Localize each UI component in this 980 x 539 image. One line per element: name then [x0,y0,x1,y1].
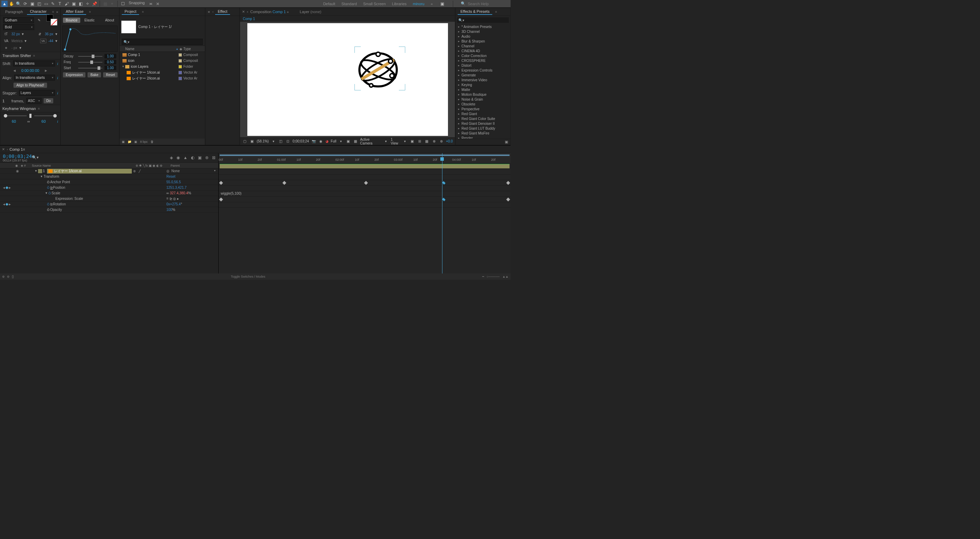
tab-paragraph[interactable]: Paragraph [2,9,25,14]
stopwatch-icon[interactable]: Ö [47,181,49,184]
exposure-value[interactable]: +0.0 [446,140,453,143]
project-item[interactable]: Comp 1 Composit [120,52,205,58]
zoom-slider[interactable]: ○───── [487,275,500,278]
hand-tool-icon[interactable]: ✋ [8,1,14,7]
v-i2-icon[interactable]: ⊞ [417,140,422,143]
leading-value[interactable]: 36 px [45,32,53,36]
text-tool-icon[interactable]: T [57,1,63,7]
breadcrumb-comp[interactable]: Comp 1 [243,17,255,21]
pen-tool-icon[interactable]: ✎ [50,1,56,7]
position-lane[interactable] [219,180,511,185]
tab-project[interactable]: Project [122,9,139,15]
effects-category[interactable]: Red Giant LUT Buddy [456,126,510,131]
pan-behind-tool-icon[interactable]: ◰ [36,1,42,7]
roto-tool-icon[interactable]: ✧ [84,1,91,7]
ts-timecode[interactable]: 0:00:00:00 [21,68,40,73]
expr-enable-icon[interactable]: = [166,197,169,201]
workspace-overflow-icon[interactable]: » [431,2,433,6]
orbit-tool-icon[interactable]: ⟳ [22,1,29,7]
camera-tool-icon[interactable]: ▣ [29,1,35,7]
tl-opt6-icon[interactable]: ⊗ [205,155,208,160]
scale-row[interactable]: ▼ÖScale ∞ 327.4,380.4% [0,190,218,196]
workspace-libraries[interactable]: Libraries [392,2,406,6]
font-size-value[interactable]: 32 px [11,32,20,36]
effects-category[interactable]: Generate [456,73,510,78]
effects-category[interactable]: Render [456,136,510,139]
baseline-value[interactable]: - px [11,46,17,50]
status-i1-icon[interactable]: ⊕ [2,275,5,278]
link-icon[interactable]: ∞ [27,119,30,124]
res-icon[interactable]: ◫ [278,140,283,143]
align-mode-select[interactable]: In transitions starts▾ [14,75,55,81]
tab-character[interactable]: Character [27,9,49,15]
ae-slider-track[interactable] [78,68,102,68]
fx-menu-icon[interactable]: ≡ [495,10,497,13]
position-value[interactable]: 1251.3,421.7 [166,185,218,189]
workspace-user[interactable]: minoru [413,2,425,6]
effects-category[interactable]: Obsolete [456,101,510,106]
rotation-row[interactable]: ◄► Ö⊵ Rotation 0x+275.4° [0,201,218,207]
project-item[interactable]: レイヤー 2/icon.ai Vector Ar [120,75,205,81]
res-auto-icon[interactable]: ⊡ [285,140,291,143]
tracking-dd-icon[interactable]: ▾ [55,39,57,43]
kf-nav-rotation[interactable]: ◄► [0,203,14,206]
project-item[interactable]: レイヤー 1/icon.ai Vector Ar [120,70,205,75]
selection-tool-icon[interactable]: ▲ [2,1,8,7]
ae-slider-value[interactable]: 1.00 [105,66,116,70]
stopwatch-icon[interactable]: Ö [48,192,51,195]
kfw-left-value[interactable]: 60 [2,119,25,124]
zoom-tool-icon[interactable]: 🔍 [15,1,21,7]
zoom-dd-icon[interactable]: ▾ [271,140,276,143]
effects-category[interactable]: Expression Controls [456,68,510,73]
stagger-info-icon[interactable]: i [57,91,58,95]
transform-fold-icon[interactable]: ▼ [40,175,43,178]
zoom-in-icon[interactable]: ▲▲ [502,275,509,278]
timeline-timecode[interactable]: 0;00;03;24 [3,154,32,159]
kerning-value[interactable]: Metrics [11,39,22,43]
color-swatch[interactable] [46,14,57,25]
shy-icon[interactable]: ▲ [183,155,188,160]
tracking-value[interactable]: -44 [48,39,53,43]
snap-opt1-icon[interactable]: ≍ [148,1,154,7]
v-i4-icon[interactable]: ⊗ [431,140,437,143]
toggle-switches-modes[interactable]: Toggle Switches / Modes [231,275,265,278]
layer-row[interactable]: ◉ ▼ 1 レイヤー 1/icon.ai ⊛ ╱ ◎ None ▾ [0,168,218,174]
tl-opt4-icon[interactable]: ◐ [191,155,194,160]
effects-category[interactable]: Channel [456,44,510,48]
effects-search[interactable]: 🔍▾ [457,17,509,23]
parent-col[interactable]: Parent [166,164,218,167]
snap-opt2-icon[interactable]: ⤫ [154,1,161,7]
comp-close-icon[interactable]: × [242,9,245,14]
composition-viewer[interactable] [240,22,455,137]
position-row[interactable]: ◄► Ö⊵ Position 1251.3,421.7 [0,185,218,190]
project-col-name[interactable]: Name [125,47,176,51]
kerning-dd-icon[interactable]: ▾ [25,39,27,43]
align-info-icon[interactable]: i [57,76,58,80]
zoom-out-icon[interactable]: ━ [482,275,484,278]
transform-group-row[interactable]: ▼Transform Reset [0,174,218,179]
expression-text[interactable]: wiggle(5,100) [221,192,242,195]
timeline-ruler[interactable]: 00f10f20f01:00f10f20f02:00f10f20f03:00f1… [219,157,511,163]
layer-label-color[interactable] [38,169,42,173]
transparency-icon[interactable]: ▦ [353,140,358,143]
timeline-tab[interactable]: Comp 1 [10,147,23,151]
transform-reset[interactable]: Reset [166,174,218,178]
label-col-icon[interactable]: ◈ # [21,164,29,167]
order-select[interactable]: ASC▾ [26,98,41,104]
snap-box-icon[interactable]: ☐ [120,1,126,7]
cti-head[interactable] [441,157,444,161]
shift-info-icon[interactable]: i [57,62,58,66]
kfw-slider[interactable] [0,113,60,119]
project-search[interactable]: 🔍▾ [122,39,203,45]
camera-label[interactable]: Active Camera [360,138,381,145]
opacity-value[interactable]: 100 [166,208,172,212]
stopwatch-icon[interactable]: Ö [47,208,49,212]
axis2-icon[interactable]: ✦ [109,1,115,7]
project-item[interactable]: ▼ icon Layers Folder [120,63,205,70]
collapse-panel-icon[interactable]: » [56,10,58,14]
expr-pickwhip-icon[interactable]: ◎ [173,197,176,201]
effects-category[interactable]: Matte [456,87,510,92]
effects-category[interactable]: Noise & Grain [456,97,510,101]
effects-category[interactable]: Audio [456,34,510,39]
stagger-n-input[interactable]: 1 [2,99,10,103]
